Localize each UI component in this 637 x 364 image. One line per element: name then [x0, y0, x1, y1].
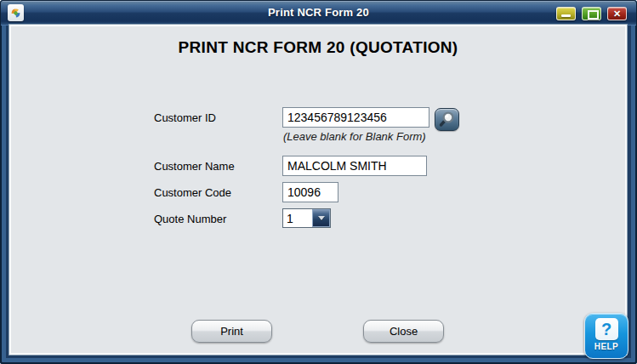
customer-code-input[interactable] [282, 182, 338, 202]
window-controls: ✕ [556, 7, 627, 20]
close-window-button[interactable]: ✕ [607, 7, 627, 20]
quote-number-dropdown-button[interactable] [312, 209, 330, 227]
close-form-button[interactable]: Close [363, 320, 444, 343]
titlebar[interactable]: Print NCR Form 20 ✕ [1, 1, 636, 26]
customer-id-input[interactable] [282, 107, 429, 128]
window: Print NCR Form 20 ✕ PRINT NCR FORM 20 (Q… [0, 0, 637, 364]
chevron-down-icon [318, 216, 325, 220]
page-title: PRINT NCR FORM 20 (QUOTATION) [11, 38, 625, 57]
maximize-button[interactable] [582, 7, 601, 20]
form-panel: PRINT NCR FORM 20 (QUOTATION) Customer I… [11, 26, 625, 353]
minimize-icon [561, 14, 571, 17]
question-icon: ? [595, 318, 618, 340]
quote-number-value: 1 [287, 212, 293, 225]
help-button-label: HELP [594, 342, 618, 351]
customer-code-label: Customer Code [154, 186, 231, 199]
quote-number-label: Quote Number [154, 213, 226, 225]
customer-search-button[interactable] [435, 108, 459, 131]
window-title: Print NCR Form 20 [1, 6, 636, 19]
magnifier-icon [437, 111, 457, 128]
customer-name-label: Customer Name [154, 160, 235, 173]
close-icon: ✕ [608, 8, 626, 20]
blank-form-note: (Leave blank for Blank Form) [283, 130, 426, 143]
print-button[interactable]: Print [191, 320, 272, 343]
maximize-icon [588, 10, 599, 20]
minimize-button[interactable] [556, 7, 576, 20]
quote-number-combobox[interactable]: 1 [282, 208, 331, 228]
customer-name-input[interactable] [282, 156, 427, 176]
help-button[interactable]: ? HELP [584, 313, 628, 359]
customer-id-label: Customer ID [154, 111, 216, 124]
